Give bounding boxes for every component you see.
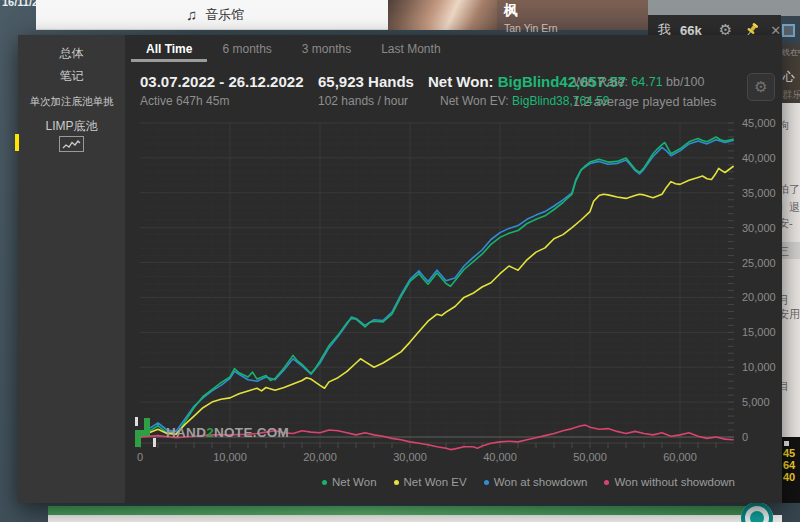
x-axis-label: 20,000 xyxy=(303,451,337,463)
x-axis-label: 50,000 xyxy=(573,451,607,463)
legend-item-won-without-showdown[interactable]: Won without showdown xyxy=(604,476,735,488)
bg-text-fragment: 目 xyxy=(782,379,789,394)
legend-dot xyxy=(394,480,399,485)
desktop-selection-square xyxy=(782,24,795,37)
y-axis-label: 20,000 xyxy=(742,291,776,303)
legend-label: Won without showdown xyxy=(614,476,735,488)
sidebar-item-limp-pot[interactable]: LIMP底池 xyxy=(18,118,125,135)
music-note-icon: ♫ xyxy=(186,6,197,23)
y-axis-label: 45,000 xyxy=(742,117,776,129)
screen: 16/11/275... ♫ 音乐馆 枫 Tan Yin Ern 我 66k ⚙… xyxy=(0,0,800,522)
x-axis-label: 40,000 xyxy=(483,451,517,463)
song-title: 枫 xyxy=(504,2,660,20)
legend-label: Net Won EV xyxy=(404,476,467,488)
tab-6-months[interactable]: 6 months xyxy=(207,35,286,62)
legend-dot xyxy=(604,480,609,485)
legend-label: Won at showdown xyxy=(494,476,588,488)
y-axis-label: 15,000 xyxy=(742,326,776,338)
main-area: All Time 6 months 3 months Last Month 03… xyxy=(125,35,782,503)
bg-text-fragment: 〕退 xyxy=(782,200,800,215)
line-chart-icon xyxy=(62,139,81,150)
music-app-label[interactable]: 音乐馆 xyxy=(205,6,244,24)
bg-text-fragment: 三 xyxy=(782,244,789,259)
date-range: 03.07.2022 - 26.12.2022 xyxy=(140,73,303,90)
y-axis-label: 5,000 xyxy=(742,396,770,408)
hud-stat: 40 xyxy=(783,471,795,483)
site-logo-circle xyxy=(740,502,776,522)
x-axis-label: 0 xyxy=(137,451,143,463)
watermark-text: HAND2NOTE.COM xyxy=(166,425,289,440)
net-won-label: Net Won: xyxy=(428,73,498,90)
y-axis-label: 10,000 xyxy=(742,361,776,373)
y-axis-label: 40,000 xyxy=(742,152,776,164)
gear-icon: ⚙ xyxy=(754,78,767,96)
winnings-chart: 05,00010,00015,00020,00025,00030,00035,0… xyxy=(125,106,782,464)
hud-stat: 64 xyxy=(783,459,795,471)
bg-text-fragment: 拍了 xyxy=(782,182,800,197)
bg-text-fragment: 狗 xyxy=(782,118,789,133)
win-rate-value: 64.71 xyxy=(631,75,662,89)
sidebar: 总体 笔记 单次加注底池单挑 LIMP底池 xyxy=(18,35,125,503)
music-app-window[interactable]: ♫ 音乐馆 xyxy=(36,0,388,30)
background-window-light-strip: 狗 拍了 〕退 安- 三 月 安用 目 xyxy=(782,103,800,437)
hud-dot xyxy=(784,441,789,446)
win-rate-unit: bb/100 xyxy=(663,75,705,89)
y-axis-label: 30,000 xyxy=(742,222,776,234)
sidebar-item-notes[interactable]: 笔记 xyxy=(18,68,125,85)
sidebar-item-srp-hu[interactable]: 单次加注底池单挑 xyxy=(18,95,125,109)
legend-item-net-won-ev[interactable]: Net Won EV xyxy=(394,476,467,488)
legend-item-net-won[interactable]: Net Won xyxy=(322,476,377,488)
win-rate: Win Rate: 64.71 bb/100 xyxy=(573,75,716,89)
bg-text-fragment: 群乐 xyxy=(782,88,800,102)
time-range-tabs: All Time 6 months 3 months Last Month xyxy=(131,35,456,62)
poker-table-edge xyxy=(48,506,758,515)
y-axis-label: 25,000 xyxy=(742,257,776,269)
graph-view-button[interactable] xyxy=(59,136,84,152)
legend-dot xyxy=(484,480,489,485)
hands-count: 65,923 Hands xyxy=(318,73,414,90)
x-axis-label: 10,000 xyxy=(213,451,247,463)
hand2note-stats-panel: 总体 笔记 单次加注底池单挑 LIMP底池 All Time 6 months … xyxy=(18,35,782,503)
x-axis-label: 30,000 xyxy=(393,451,427,463)
x-axis-label: 60,000 xyxy=(663,451,697,463)
poker-hud-stats: 45 64 40 xyxy=(782,437,800,503)
chart-legend: Net WonNet Won EVWon at showdownWon with… xyxy=(322,476,735,488)
tab-all-time[interactable]: All Time xyxy=(131,35,207,62)
bg-text-fragment: 安用 xyxy=(782,307,800,322)
background-window-bottom xyxy=(48,515,782,522)
chart-settings-button[interactable]: ⚙ xyxy=(747,73,775,101)
tab-last-month[interactable]: Last Month xyxy=(366,35,455,62)
legend-dot xyxy=(322,480,327,485)
y-axis-label: 0 xyxy=(742,431,748,443)
bg-text-fragment: 安- xyxy=(782,216,793,231)
album-art-photo xyxy=(388,0,497,30)
sidebar-item-overall[interactable]: 总体 xyxy=(18,45,125,62)
win-rate-label: Win Rate: xyxy=(573,75,631,89)
legend-item-won-at-showdown[interactable]: Won at showdown xyxy=(484,476,588,488)
hand2note-watermark: HAND2NOTE.COM xyxy=(133,416,289,448)
song-artist: Tan Yin Ern xyxy=(504,22,660,34)
hand2note-logo-icon xyxy=(133,416,159,448)
background-strip xyxy=(648,0,800,16)
chart-svg: 05,00010,00015,00020,00025,00030,00035,0… xyxy=(125,106,782,464)
background-window-dark-strip: 线在中 心 群乐 xyxy=(782,45,800,103)
hud-stat: 45 xyxy=(783,447,795,459)
bg-text-fragment: 月 xyxy=(782,293,789,308)
active-item-marker xyxy=(15,134,19,151)
y-axis-label: 35,000 xyxy=(742,187,776,199)
album-info: 枫 Tan Yin Ern xyxy=(497,0,660,30)
legend-label: Net Won xyxy=(332,476,377,488)
bg-text-fragment: 心 xyxy=(783,69,795,86)
bg-text-fragment: 线在中 xyxy=(782,47,800,58)
tab-3-months[interactable]: 3 months xyxy=(287,35,366,62)
